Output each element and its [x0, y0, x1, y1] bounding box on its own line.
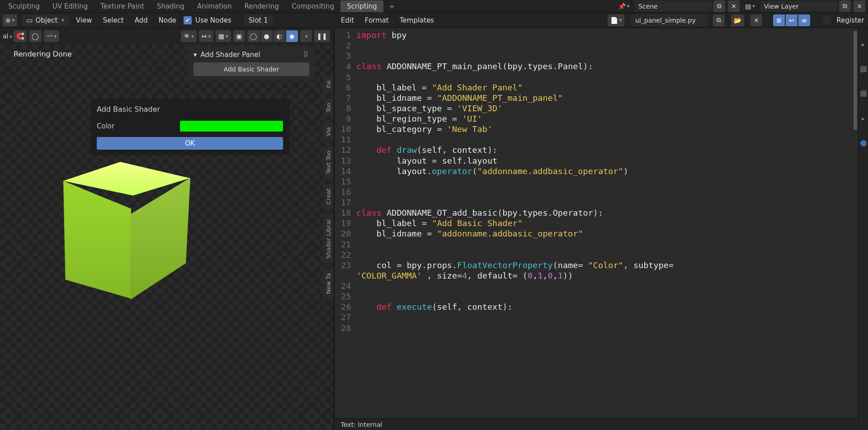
workspace-tab-scripting[interactable]: Scripting [340, 0, 383, 12]
add-shader-panel-title: Add Shader Panel [201, 51, 260, 59]
delete-viewlayer-button[interactable]: ✕ [854, 0, 865, 12]
new-scene-button[interactable]: ⧉ [713, 0, 725, 12]
properties-tab-chip[interactable] [860, 66, 867, 72]
node-menu[interactable]: Node [155, 14, 180, 26]
material-slot-label: Slot 1 [249, 16, 268, 24]
snap-toggle[interactable]: 🧲 [14, 30, 27, 42]
side-tab-ite[interactable]: Ite [323, 76, 334, 93]
add-basic-shader-button[interactable]: Add Basic Shader [193, 62, 309, 76]
toggle-line-numbers[interactable]: ≣ [773, 14, 785, 26]
side-tab-text-too[interactable]: Text Too [323, 146, 334, 179]
text-format-menu[interactable]: Format [362, 14, 392, 26]
side-tab-new-ta[interactable]: New Ta [323, 269, 334, 298]
shading-rendered[interactable]: ◉ [286, 30, 298, 42]
text-display-toggles: ≣ ↩ ≡ [773, 14, 811, 26]
xray-toggle[interactable]: ▣ [233, 30, 245, 42]
overlay-toggle[interactable]: ▦▾ [216, 30, 231, 42]
rail-expand-icon[interactable]: ▸ [862, 41, 865, 48]
main-split: al▾ 🧲 ◯ 〰▾ 👁▾ ↔▾ ▦▾ ▣ ◯ ● ◐ ◉ ▾ ❚❚ Rende… [0, 28, 868, 430]
code-scrollbar[interactable] [854, 31, 857, 130]
side-tab-creat[interactable]: Creat [323, 184, 334, 209]
add-workspace-button[interactable]: ＋ [383, 1, 401, 12]
viewlayer-name-field[interactable]: View Layer [760, 1, 837, 12]
workspace-tab-shading[interactable]: Shading [151, 0, 191, 12]
workspace-tab-texture-paint[interactable]: Texture Paint [94, 0, 151, 12]
render-status-text: Rendering Done [14, 50, 72, 58]
text-unlink-button[interactable]: ✕ [750, 14, 762, 26]
operator-popup-title: Add Basic Shader [97, 105, 283, 113]
falloff-selector[interactable]: 〰▾ [44, 30, 60, 42]
use-nodes-checkbox[interactable] [184, 16, 192, 24]
properties-rail: ▸ ▸ [858, 28, 868, 430]
operator-popup: Add Basic Shader Color OK [90, 99, 289, 155]
visibility-toggle[interactable]: 👁▾ [181, 30, 197, 42]
object-mode-selector[interactable]: ▭ Object ▾ [22, 15, 69, 26]
register-checkbox[interactable] [823, 16, 831, 24]
workspace-tab-compositing[interactable]: Compositing [285, 0, 340, 12]
pivot-selector[interactable]: al▾ [3, 33, 12, 40]
code-content[interactable]: import bpy class ADDONNAME_PT_main_panel… [354, 28, 858, 418]
delete-scene-button[interactable]: ✕ [728, 0, 740, 12]
new-viewlayer-button[interactable]: ⧉ [839, 0, 851, 12]
gizmo-toggle[interactable]: ↔▾ [199, 30, 213, 42]
text-edit-menu[interactable]: Edit [338, 14, 357, 26]
shading-wireframe[interactable]: ◯ [247, 30, 260, 42]
properties-tab-chip[interactable] [860, 140, 867, 146]
text-footer-label: Text: Internal [341, 421, 382, 428]
workspace-tab-sculpting[interactable]: Sculpting [2, 0, 46, 12]
side-tab-too[interactable]: Too [323, 98, 334, 117]
ok-button-label: OK [185, 139, 195, 147]
workspace-tabs: SculptingUV EditingTexture PaintShadingA… [2, 2, 383, 10]
color-property-field[interactable] [180, 121, 283, 132]
text-editor-area: 1234567891011121314151617181920212223 24… [335, 28, 858, 430]
rail-expand-icon[interactable]: ▸ [862, 115, 865, 122]
viewport-toolbar: al▾ 🧲 ◯ 〰▾ 👁▾ ↔▾ ▦▾ ▣ ◯ ● ◐ ◉ ▾ ❚❚ [0, 28, 334, 44]
pin-scene-icon[interactable]: 📌▾ [615, 0, 632, 12]
properties-tab-chip[interactable] [860, 90, 867, 97]
side-tab-shader-librar[interactable]: Shader Librar [323, 214, 334, 263]
code-area[interactable]: 1234567891011121314151617181920212223 24… [335, 28, 858, 418]
shading-matprev[interactable]: ◐ [274, 30, 285, 42]
material-slot-selector[interactable]: Slot 1 [244, 15, 273, 26]
add-basic-shader-button-label: Add Basic Shader [224, 66, 279, 73]
scene-name-field[interactable]: Scene [635, 1, 712, 12]
toggle-word-wrap[interactable]: ↩ [786, 14, 797, 26]
text-templates-menu[interactable]: Templates [397, 14, 437, 26]
shading-options[interactable]: ▾ [300, 30, 312, 42]
line-number-gutter: 1234567891011121314151617181920212223 24… [335, 28, 354, 418]
use-nodes-label: Use Nodes [195, 16, 231, 24]
viewport-canvas[interactable]: Rendering Done ▾ Add Shader Panel ⠿ Add … [0, 44, 334, 430]
panel-options-icon[interactable]: ⠿ [303, 51, 309, 59]
shading-modes: ◯ ● ◐ ◉ [247, 30, 299, 42]
object-mode-label: Object [35, 16, 57, 24]
text-browse-button[interactable]: 📄▾ [608, 14, 625, 26]
workspace-tab-animation[interactable]: Animation [191, 0, 238, 12]
rendered-cube [54, 162, 199, 320]
viewport-area: al▾ 🧲 ◯ 〰▾ 👁▾ ↔▾ ▦▾ ▣ ◯ ● ◐ ◉ ▾ ❚❚ Rende… [0, 28, 335, 430]
editor-type-selector[interactable]: ⊕▾ [3, 14, 17, 26]
select-menu[interactable]: Select [99, 14, 127, 26]
text-filename-field[interactable]: ui_panel_simple.py [631, 14, 708, 26]
shading-solid[interactable]: ● [261, 30, 273, 42]
viewlayer-icon[interactable]: ▤▾ [742, 0, 758, 12]
proportional-toggle[interactable]: ◯ [29, 30, 42, 42]
panel-collapse-icon[interactable]: ▾ [193, 51, 197, 59]
view-menu[interactable]: View [72, 14, 96, 26]
text-editor-footer: Text: Internal [335, 418, 858, 430]
register-label: Register [836, 16, 864, 24]
workspace-tabs-bar: SculptingUV EditingTexture PaintShadingA… [0, 0, 868, 13]
text-duplicate-button[interactable]: ⧉ [713, 14, 725, 26]
workspace-tab-uv-editing[interactable]: UV Editing [46, 0, 94, 12]
viewport-side-tabs: IteTooVieText TooCreatShader LibrarNew T… [323, 76, 334, 298]
add-shader-panel: ▾ Add Shader Panel ⠿ Add Basic Shader [188, 46, 315, 80]
color-property-label: Color [97, 122, 174, 130]
workspace-tab-rendering[interactable]: Rendering [238, 0, 286, 12]
pause-render-button[interactable]: ❚❚ [314, 30, 330, 42]
ok-button[interactable]: OK [97, 137, 283, 150]
side-tab-vie[interactable]: Vie [323, 123, 334, 141]
add-menu[interactable]: Add [131, 14, 151, 26]
toggle-syntax-hl[interactable]: ≡ [798, 14, 810, 26]
object-icon: ▭ [26, 16, 33, 24]
text-open-button[interactable]: 📂 [731, 14, 744, 26]
text-editor-header: Edit Format Templates 📄▾ ui_panel_simple… [335, 13, 868, 28]
